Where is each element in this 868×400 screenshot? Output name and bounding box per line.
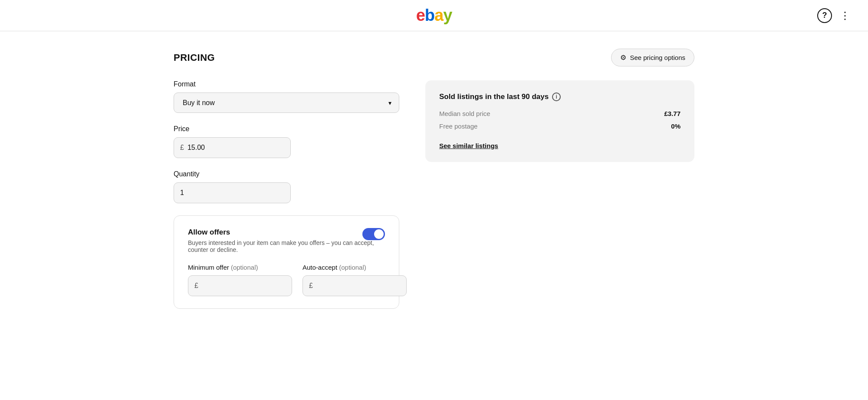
logo-b: b	[425, 6, 434, 24]
page-title: PRICING	[174, 52, 215, 63]
price-currency-prefix: £	[180, 144, 184, 152]
format-field-group: Format Buy it now Auction ▾	[174, 80, 399, 113]
auto-accept-currency-prefix: £	[309, 282, 313, 290]
logo-y: y	[443, 6, 452, 24]
see-similar-link[interactable]: See similar listings	[439, 142, 498, 149]
median-price-row: Median sold price £3.77	[439, 110, 681, 117]
min-offer-label: Minimum offer (optional)	[188, 264, 292, 271]
logo-a: a	[434, 6, 443, 24]
median-price-label: Median sold price	[439, 110, 664, 117]
allow-offers-title: Allow offers	[188, 228, 385, 237]
help-icon[interactable]: ?	[817, 8, 832, 23]
stats-column: Sold listings in the last 90 days i Medi…	[425, 80, 694, 309]
logo-e: e	[416, 6, 425, 24]
format-label: Format	[174, 80, 399, 88]
price-input[interactable]	[187, 138, 284, 158]
quantity-field-group: Quantity	[174, 170, 399, 203]
allow-offers-toggle-wrapper	[362, 228, 385, 240]
see-pricing-button[interactable]: ⚙ See pricing options	[611, 49, 694, 66]
auto-accept-input-wrapper: £	[302, 275, 407, 296]
filter-icon: ⚙	[620, 53, 626, 62]
info-icon[interactable]: i	[552, 93, 561, 101]
median-price-value: £3.77	[664, 110, 681, 117]
stats-card: Sold listings in the last 90 days i Medi…	[425, 80, 694, 162]
format-select[interactable]: Buy it now Auction	[174, 93, 399, 113]
allow-offers-description: Buyers interested in your item can make …	[188, 239, 385, 253]
free-postage-row: Free postage 0%	[439, 122, 681, 130]
auto-accept-label: Auto-accept (optional)	[302, 264, 407, 271]
stats-title: Sold listings in the last 90 days i	[439, 93, 681, 101]
header-actions: ? ⋮	[817, 8, 851, 23]
form-column: Format Buy it now Auction ▾ Price £	[174, 80, 399, 309]
min-offer-input-wrapper: £	[188, 275, 292, 296]
see-pricing-label: See pricing options	[630, 54, 685, 61]
section-header: PRICING ⚙ See pricing options	[174, 49, 694, 66]
toggle-knob	[374, 229, 384, 239]
main-content: PRICING ⚙ See pricing options Format Buy…	[122, 31, 746, 326]
min-offer-optional: (optional)	[231, 264, 258, 271]
header: ebay ? ⋮	[0, 0, 868, 31]
more-icon[interactable]: ⋮	[840, 10, 851, 22]
price-input-wrapper: £	[174, 137, 291, 158]
quantity-label: Quantity	[174, 170, 399, 178]
format-select-wrapper: Buy it now Auction ▾	[174, 93, 399, 113]
auto-accept-input[interactable]	[316, 276, 400, 296]
allow-offers-toggle[interactable]	[362, 228, 385, 240]
quantity-input-wrapper	[174, 182, 291, 203]
allow-offers-card: Allow offers Buyers interested in your i…	[174, 215, 399, 309]
price-field-group: Price £	[174, 125, 399, 158]
price-label: Price	[174, 125, 399, 133]
content-columns: Format Buy it now Auction ▾ Price £	[174, 80, 694, 309]
min-offer-currency-prefix: £	[194, 282, 198, 290]
auto-accept-optional: (optional)	[339, 264, 366, 271]
offers-fields: Minimum offer (optional) £ Auto-accept (…	[188, 264, 385, 296]
quantity-input[interactable]	[180, 183, 284, 203]
ebay-logo: ebay	[416, 6, 452, 25]
min-offer-field: Minimum offer (optional) £	[188, 264, 292, 296]
free-postage-label: Free postage	[439, 122, 671, 130]
free-postage-value: 0%	[671, 122, 681, 130]
min-offer-input[interactable]	[202, 276, 286, 296]
auto-accept-field: Auto-accept (optional) £	[302, 264, 407, 296]
